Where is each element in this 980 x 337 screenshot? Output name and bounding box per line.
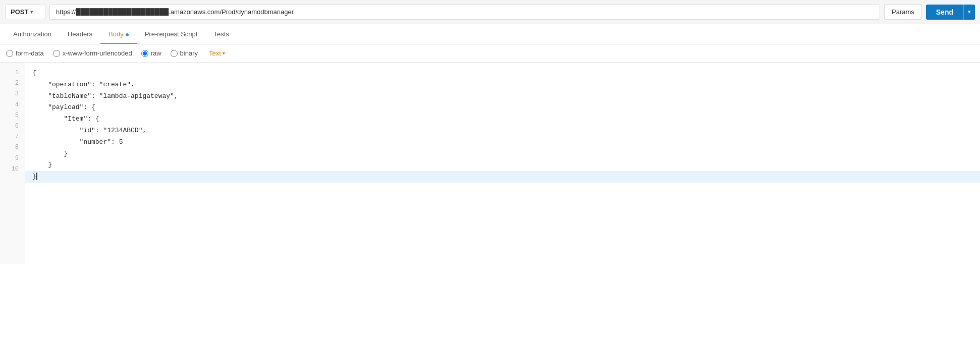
- line-number-6: 6: [0, 121, 25, 132]
- text-cursor: [36, 173, 37, 180]
- binary-label: binary: [180, 49, 198, 57]
- method-label: POST: [11, 8, 28, 16]
- code-line-8: }: [25, 148, 980, 160]
- line-number-10: 10: [0, 164, 25, 175]
- url-bar: POST ▾ Params Send ▾: [0, 0, 980, 24]
- line-number-2: 2: [0, 78, 25, 89]
- params-button[interactable]: Params: [884, 4, 922, 20]
- line-numbers: 12345678910: [0, 63, 25, 264]
- line-number-1: 1: [0, 68, 25, 78]
- send-dropdown-button[interactable]: ▾: [963, 5, 975, 20]
- format-label: Text: [209, 49, 221, 57]
- line-number-4: 4: [0, 100, 25, 110]
- url-input[interactable]: [49, 4, 880, 20]
- form-data-radio[interactable]: [6, 50, 13, 57]
- format-chevron: ▾: [223, 50, 225, 56]
- code-line-10: }: [25, 171, 980, 183]
- tab-pre-request-script[interactable]: Pre-request Script: [137, 24, 206, 44]
- code-line-1: {: [25, 68, 980, 79]
- code-line-4: "payload": {: [25, 102, 980, 114]
- code-line-7: "number": 5: [25, 137, 980, 148]
- tabs-bar: Authorization Headers Body Pre-request S…: [0, 24, 980, 44]
- raw-format-selector[interactable]: Text ▾: [209, 49, 225, 57]
- line-number-9: 9: [0, 153, 25, 164]
- code-line-5: "Item": {: [25, 114, 980, 125]
- raw-option[interactable]: raw: [141, 49, 161, 57]
- code-line-9: }: [25, 159, 980, 171]
- line-number-5: 5: [0, 110, 25, 121]
- code-line-2: "operation": "create",: [25, 79, 980, 91]
- form-data-label: form-data: [16, 49, 44, 57]
- raw-radio[interactable]: [141, 50, 148, 57]
- send-button[interactable]: Send: [926, 5, 963, 20]
- code-content[interactable]: { "operation": "create", "tableName": "l…: [25, 63, 980, 264]
- binary-option[interactable]: binary: [171, 49, 198, 57]
- send-container: Send ▾: [926, 5, 975, 20]
- tab-authorization[interactable]: Authorization: [5, 24, 60, 44]
- line-number-8: 8: [0, 142, 25, 153]
- code-line-3: "tableName": "lambda-apigateway",: [25, 91, 980, 102]
- body-tab-dot: [126, 33, 129, 36]
- body-options-bar: form-data x-www-form-urlencoded raw bina…: [0, 44, 980, 63]
- tab-headers[interactable]: Headers: [60, 24, 100, 44]
- raw-label: raw: [151, 49, 161, 57]
- method-selector[interactable]: POST ▾: [5, 5, 45, 19]
- line-number-7: 7: [0, 132, 25, 142]
- urlencoded-option[interactable]: x-www-form-urlencoded: [53, 49, 132, 57]
- binary-radio[interactable]: [171, 50, 178, 57]
- line-number-3: 3: [0, 89, 25, 99]
- code-editor[interactable]: 12345678910 { "operation": "create", "ta…: [0, 63, 980, 264]
- method-chevron: ▾: [30, 9, 33, 15]
- code-line-6: "id": "1234ABCD",: [25, 125, 980, 137]
- urlencoded-label: x-www-form-urlencoded: [63, 49, 132, 57]
- form-data-option[interactable]: form-data: [6, 49, 44, 57]
- tab-body[interactable]: Body: [100, 24, 137, 44]
- tab-tests[interactable]: Tests: [205, 24, 237, 44]
- urlencoded-radio[interactable]: [53, 50, 60, 57]
